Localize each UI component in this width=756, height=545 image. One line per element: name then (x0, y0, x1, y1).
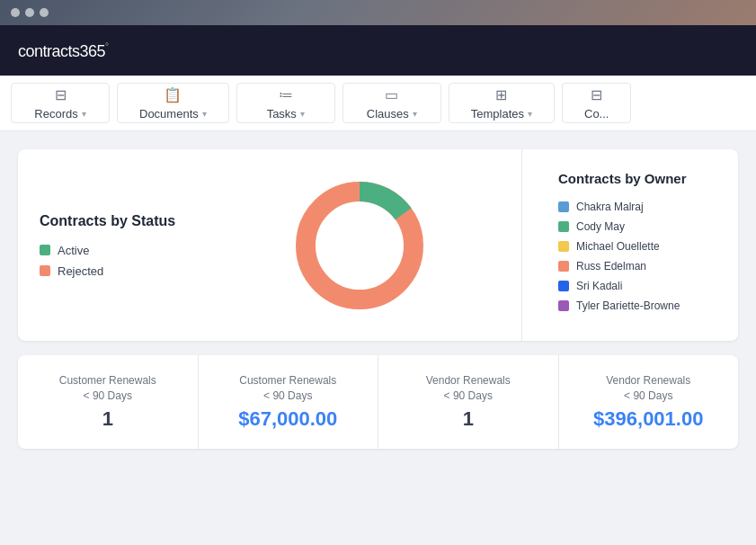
chart-divider (521, 149, 522, 341)
legend-active: Active (40, 244, 175, 257)
cody-dot (558, 221, 569, 232)
status-chart-title: Contracts by Status (40, 213, 175, 229)
stat-vendor-renewals-amount: Vendor Renewals< 90 Days $396,001.00 (559, 355, 739, 449)
records-label: Records ▾ (34, 107, 85, 121)
status-chart-section: Contracts by Status Active Rejected (40, 171, 507, 319)
chakra-dot (558, 201, 569, 212)
stat-customer-renewals-count: Customer Renewals< 90 Days 1 (18, 355, 199, 449)
nav-tasks[interactable]: ≔ Tasks ▾ (236, 83, 335, 123)
tyler-dot (558, 300, 569, 311)
records-chevron: ▾ (82, 109, 86, 119)
app-header: contracts365° (0, 25, 756, 76)
window-dot-3[interactable] (40, 8, 49, 17)
main-navbar: ⊟ Records ▾ 📋 Documents ▾ ≔ Tasks ▾ ▭ Cl… (0, 76, 756, 131)
charts-section: Contracts by Status Active Rejected (18, 149, 738, 341)
nav-templates[interactable]: ⊞ Templates ▾ (449, 83, 555, 123)
sri-dot (558, 281, 569, 291)
stats-section: Customer Renewals< 90 Days 1 Customer Re… (18, 355, 738, 449)
donut-chart (211, 174, 507, 317)
russ-dot (558, 261, 569, 272)
tyler-label: Tyler Bariette-Browne (576, 299, 680, 312)
stat-label-1: Customer Renewals< 90 Days (239, 373, 336, 404)
owners-list: Chakra Malraj Cody May Michael Ouellette… (558, 201, 716, 312)
clauses-label: Clauses ▾ (367, 107, 417, 121)
stat-value-0: 1 (102, 407, 113, 431)
stat-value-3: $396,001.00 (593, 407, 703, 431)
stat-value-1: $67,000.00 (238, 407, 337, 431)
app-logo: contracts365° (18, 39, 109, 62)
rejected-label: Rejected (58, 264, 103, 278)
window-dot-2[interactable] (25, 8, 34, 17)
owner-cody: Cody May (558, 220, 716, 233)
sri-label: Sri Kadali (576, 280, 622, 292)
michael-label: Michael Ouellette (576, 240, 660, 253)
stat-customer-renewals-amount: Customer Renewals< 90 Days $67,000.00 (199, 355, 379, 449)
tasks-chevron: ▾ (300, 109, 305, 119)
more-label: Co... (584, 107, 609, 121)
legend-rejected: Rejected (40, 264, 175, 278)
nav-records[interactable]: ⊟ Records ▾ (11, 83, 110, 123)
more-icon: ⊟ (591, 86, 602, 103)
title-bar (0, 0, 756, 25)
owner-chakra: Chakra Malraj (558, 201, 716, 213)
nav-more[interactable]: ⊟ Co... (562, 83, 631, 123)
owner-michael: Michael Ouellette (558, 240, 716, 253)
stat-value-2: 1 (463, 407, 474, 431)
stat-label-3: Vendor Renewals< 90 Days (606, 373, 690, 404)
logo-sup: ° (105, 41, 109, 51)
clauses-icon: ▭ (385, 86, 398, 103)
owner-sri: Sri Kadali (558, 280, 716, 292)
logo-text: contracts (18, 42, 80, 60)
templates-label: Templates ▾ (471, 107, 532, 121)
active-label: Active (58, 244, 89, 257)
owners-title: Contracts by Owner (558, 171, 716, 186)
documents-label: Documents ▾ (139, 107, 207, 121)
documents-icon: 📋 (164, 86, 182, 103)
records-icon: ⊟ (55, 86, 67, 103)
owner-russ: Russ Edelman (558, 260, 716, 272)
tasks-label: Tasks ▾ (267, 107, 305, 121)
templates-chevron: ▾ (528, 109, 532, 119)
templates-icon: ⊞ (495, 86, 507, 103)
russ-label: Russ Edelman (576, 260, 646, 272)
status-legend: Active Rejected (40, 244, 175, 278)
tasks-icon: ≔ (279, 86, 293, 103)
clauses-chevron: ▾ (413, 109, 417, 119)
michael-dot (558, 241, 569, 252)
rejected-dot (40, 265, 50, 276)
window-dot-1[interactable] (11, 8, 20, 17)
nav-documents[interactable]: 📋 Documents ▾ (117, 83, 229, 123)
documents-chevron: ▾ (202, 109, 207, 119)
owners-chart-section: Contracts by Owner Chakra Malraj Cody Ma… (537, 171, 716, 319)
stat-label-0: Customer Renewals< 90 Days (59, 373, 156, 404)
chakra-label: Chakra Malraj (576, 201, 644, 213)
status-chart-info: Contracts by Status Active Rejected (40, 213, 175, 278)
stat-vendor-renewals-count: Vendor Renewals< 90 Days 1 (378, 355, 559, 449)
owner-tyler: Tyler Bariette-Browne (558, 299, 716, 312)
logo-number: 365 (80, 42, 106, 60)
nav-clauses[interactable]: ▭ Clauses ▾ (342, 83, 441, 123)
stat-label-2: Vendor Renewals< 90 Days (426, 373, 511, 404)
main-content: Contracts by Status Active Rejected (0, 131, 756, 545)
cody-label: Cody May (576, 220, 625, 233)
active-dot (40, 245, 50, 255)
